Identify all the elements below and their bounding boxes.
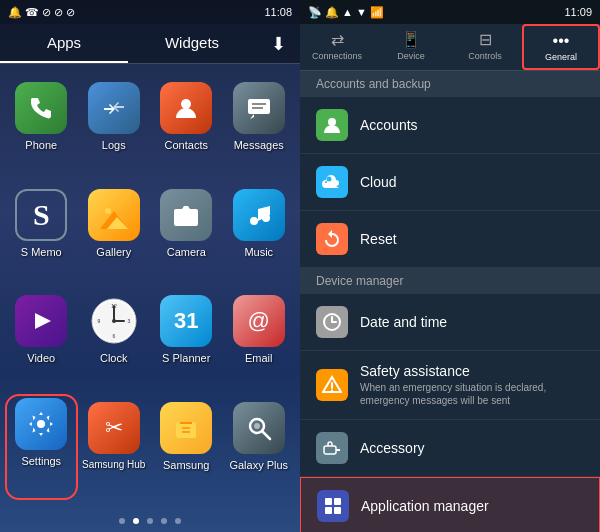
- svg-rect-1: [248, 99, 270, 114]
- connections-label: Connections: [312, 51, 362, 61]
- section-header-accounts: Accounts and backup: [300, 71, 600, 97]
- svg-text:6: 6: [112, 333, 115, 339]
- galaxy-plus-icon: [233, 402, 285, 454]
- clock-label: Clock: [100, 352, 128, 364]
- app-music[interactable]: Music: [223, 181, 296, 288]
- dot-5: [175, 518, 181, 524]
- reset-icon: [316, 223, 348, 255]
- app-camera[interactable]: Camera: [150, 181, 223, 288]
- app-logs[interactable]: Logs: [78, 74, 151, 181]
- tab-controls[interactable]: ⊟ Controls: [448, 24, 522, 70]
- video-label: Video: [27, 352, 55, 364]
- svg-point-29: [328, 118, 336, 126]
- appmanager-title: Application manager: [361, 498, 583, 514]
- tab-apps[interactable]: Apps: [0, 24, 128, 63]
- time-left: 11:08: [264, 6, 292, 18]
- camera-icon: [160, 189, 212, 241]
- camera-label: Camera: [167, 246, 206, 258]
- app-smemo[interactable]: S S Memo: [5, 181, 78, 288]
- splanner-icon: 31: [160, 295, 212, 347]
- datetime-title: Date and time: [360, 314, 584, 330]
- svg-rect-42: [334, 507, 341, 514]
- svg-point-30: [325, 181, 327, 183]
- contacts-icon: [160, 82, 212, 134]
- app-galaxy-plus[interactable]: Galaxy Plus: [223, 394, 296, 501]
- tab-general[interactable]: ••• General: [522, 24, 600, 70]
- splanner-label: S Planner: [162, 352, 210, 364]
- contacts-label: Contacts: [165, 139, 208, 151]
- accounts-text: Accounts: [360, 117, 584, 133]
- svg-point-0: [181, 99, 191, 109]
- accounts-icon: [316, 109, 348, 141]
- settings-appmanager[interactable]: Application manager: [300, 477, 600, 532]
- app-phone[interactable]: Phone: [5, 74, 78, 181]
- cloud-text: Cloud: [360, 174, 584, 190]
- dot-3: [147, 518, 153, 524]
- svg-line-27: [262, 431, 270, 439]
- datetime-icon: [316, 306, 348, 338]
- cloud-icon: [316, 166, 348, 198]
- phone-icon: [15, 82, 67, 134]
- settings-tabs: ⇄ Connections 📱 Device ⊟ Controls ••• Ge…: [300, 24, 600, 71]
- settings-reset[interactable]: Reset: [300, 211, 600, 268]
- device-icon: 📱: [401, 30, 421, 49]
- samsung-hub-label: Samsung Hub: [82, 459, 145, 470]
- app-settings[interactable]: Settings: [5, 394, 78, 501]
- status-icons-right: 📡 🔔 ▲ ▼ 📶: [308, 6, 384, 19]
- music-label: Music: [244, 246, 273, 258]
- safety-title: Safety assistance: [360, 363, 584, 379]
- svg-point-9: [184, 214, 189, 219]
- phone-label: Phone: [25, 139, 57, 151]
- samsung-icon: [160, 402, 212, 454]
- svg-rect-38: [324, 446, 336, 454]
- apps-grid: Phone Logs Contacts: [0, 64, 300, 510]
- settings-accounts[interactable]: Accounts: [300, 97, 600, 154]
- left-panel: 🔔 ☎ ⊘ ⊘ ⊘ 11:08 Apps Widgets ⬇ Phone Lo: [0, 0, 300, 532]
- app-clock[interactable]: 12 3 6 9 Clock: [78, 287, 151, 394]
- smemo-label: S Memo: [21, 246, 62, 258]
- safety-text: Safety assistance When an emergency situ…: [360, 363, 584, 407]
- svg-point-6: [105, 208, 111, 214]
- settings-accessory[interactable]: Accessory: [300, 420, 600, 477]
- svg-rect-24: [176, 422, 196, 438]
- download-button[interactable]: ⬇: [256, 24, 300, 63]
- tab-widgets[interactable]: Widgets: [128, 24, 256, 63]
- svg-point-11: [250, 217, 258, 225]
- accounts-title: Accounts: [360, 117, 584, 133]
- svg-rect-41: [325, 507, 332, 514]
- app-email[interactable]: @ Email: [223, 287, 296, 394]
- status-bar-right: 📡 🔔 ▲ ▼ 📶 11:09: [300, 0, 600, 24]
- tab-bar: Apps Widgets ⬇: [0, 24, 300, 64]
- app-messages[interactable]: Messages: [223, 74, 296, 181]
- svg-text:3: 3: [127, 318, 130, 324]
- connections-icon: ⇄: [331, 30, 344, 49]
- app-gallery[interactable]: Gallery: [78, 181, 151, 288]
- reset-title: Reset: [360, 231, 584, 247]
- tab-device[interactable]: 📱 Device: [374, 24, 448, 70]
- app-samsung[interactable]: Samsung: [150, 394, 223, 501]
- logs-icon: [88, 82, 140, 134]
- svg-point-28: [254, 423, 260, 429]
- app-samsung-hub[interactable]: ✂ Samsung Hub: [78, 394, 151, 501]
- right-panel: 📡 🔔 ▲ ▼ 📶 11:09 ⇄ Connections 📱 Device ⊟…: [300, 0, 600, 532]
- tab-connections[interactable]: ⇄ Connections: [300, 24, 374, 70]
- dot-1: [119, 518, 125, 524]
- settings-safety[interactable]: Safety assistance When an emergency situ…: [300, 351, 600, 420]
- settings-datetime[interactable]: Date and time: [300, 294, 600, 351]
- svg-marker-13: [35, 313, 51, 329]
- gallery-icon: [88, 189, 140, 241]
- controls-icon: ⊟: [479, 30, 492, 49]
- music-icon: [233, 189, 285, 241]
- galaxy-plus-label: Galaxy Plus: [229, 459, 288, 471]
- samsung-hub-icon: ✂: [88, 402, 140, 454]
- dot-2: [133, 518, 139, 524]
- messages-label: Messages: [234, 139, 284, 151]
- accessory-text: Accessory: [360, 440, 584, 456]
- status-icons-left: 🔔 ☎ ⊘ ⊘ ⊘: [8, 6, 75, 19]
- svg-point-23: [37, 420, 45, 428]
- app-splanner[interactable]: 31 S Planner: [150, 287, 223, 394]
- app-video[interactable]: Video: [5, 287, 78, 394]
- settings-cloud[interactable]: Cloud: [300, 154, 600, 211]
- app-contacts[interactable]: Contacts: [150, 74, 223, 181]
- messages-icon: [233, 82, 285, 134]
